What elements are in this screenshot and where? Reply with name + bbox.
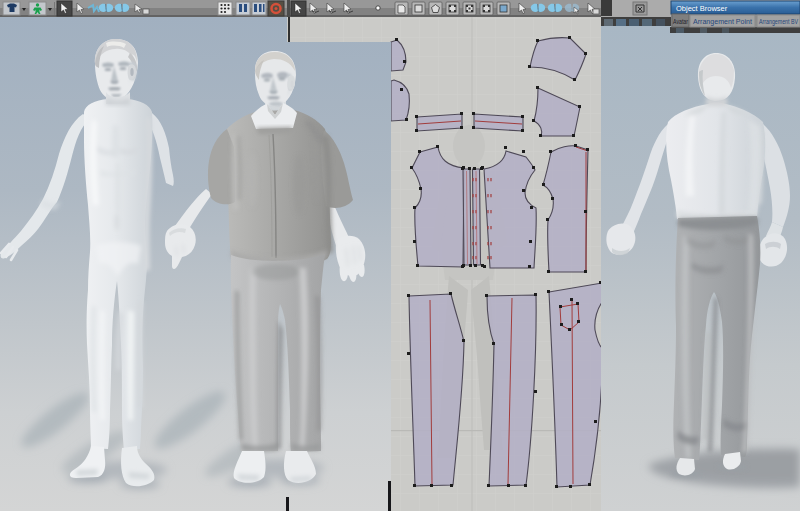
svg-text:Object Browser: Object Browser bbox=[676, 4, 728, 13]
svg-text:Avatar: Avatar bbox=[673, 18, 688, 25]
svg-text:Arrangement BV: Arrangement BV bbox=[759, 18, 799, 26]
svg-text:Arrangement Point: Arrangement Point bbox=[693, 18, 752, 26]
